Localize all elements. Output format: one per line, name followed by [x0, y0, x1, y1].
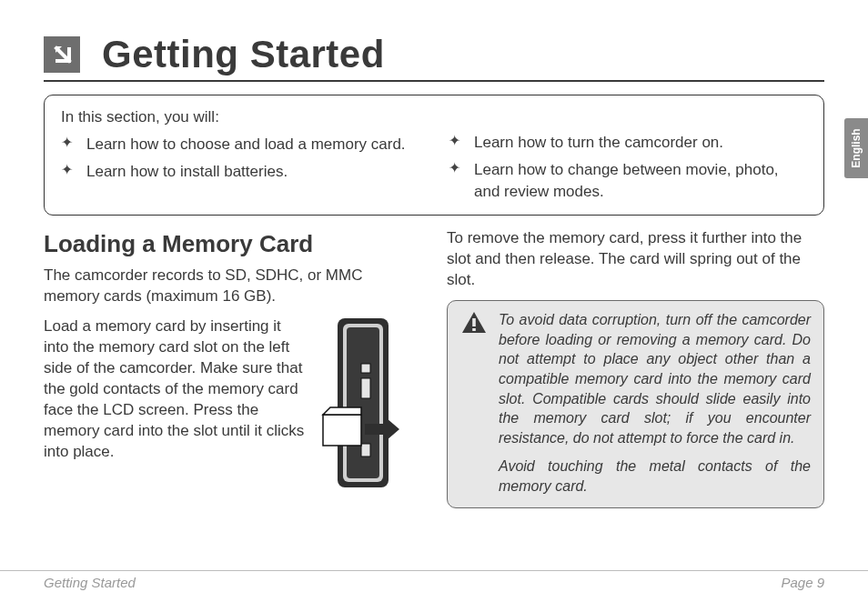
- summary-intro: In this section, you will:: [61, 106, 419, 128]
- footer-section-name: Getting Started: [44, 575, 136, 590]
- warning-triangle-icon: [460, 310, 488, 496]
- language-tab-label: English: [850, 128, 863, 167]
- content-left-col: Loading a Memory Card The camcorder reco…: [44, 228, 421, 507]
- content-right-col: To remove the memory card, press it furt…: [447, 228, 824, 507]
- warning-box: To avoid data corruption, turn off the c…: [447, 300, 824, 507]
- svg-rect-7: [472, 318, 476, 326]
- warning-body: To avoid data corruption, turn off the c…: [499, 310, 811, 496]
- load-paragraph: Load a memory card by inserting it into …: [44, 316, 308, 463]
- content-columns: Loading a Memory Card The camcorder reco…: [44, 228, 824, 507]
- diamond-bullet-icon: ✦: [61, 161, 76, 183]
- summary-item: ✦ Learn how to install batteries.: [61, 161, 419, 183]
- page-footer: Getting Started Page 9: [0, 570, 868, 594]
- svg-rect-3: [361, 364, 370, 373]
- diamond-bullet-icon: ✦: [449, 132, 463, 154]
- summary-col-left: In this section, you will: ✦ Learn how t…: [61, 106, 419, 202]
- footer-page-number: Page 9: [781, 575, 824, 590]
- warning-paragraph-2: Avoid touching the metal contacts of the…: [499, 456, 811, 496]
- diamond-bullet-icon: ✦: [449, 159, 463, 203]
- page-title-row: Getting Started: [44, 33, 824, 82]
- arrow-down-right-icon: [44, 36, 80, 73]
- summary-item: ✦ Learn how to turn the camcorder on.: [449, 132, 807, 154]
- camcorder-slot-illustration: [321, 316, 421, 489]
- svg-rect-8: [472, 328, 476, 331]
- svg-rect-4: [361, 378, 370, 398]
- summary-item-text: Learn how to change between movie, photo…: [474, 159, 807, 203]
- page-title: Getting Started: [102, 33, 385, 76]
- load-row: Load a memory card by inserting it into …: [44, 316, 421, 489]
- section-summary-box: In this section, you will: ✦ Learn how t…: [44, 95, 824, 216]
- svg-rect-5: [361, 444, 370, 456]
- remove-paragraph: To remove the memory card, press it furt…: [447, 228, 824, 291]
- summary-item-text: Learn how to turn the camcorder on.: [474, 132, 807, 154]
- summary-item: ✦ Learn how to change between movie, pho…: [449, 159, 807, 203]
- summary-item-text: Learn how to choose and load a memory ca…: [86, 134, 419, 156]
- diamond-bullet-icon: ✦: [61, 134, 76, 156]
- manual-page: Getting Started In this section, you wil…: [0, 0, 868, 612]
- subheading: Loading a Memory Card: [44, 228, 421, 260]
- summary-col-right: ✦ Learn how to turn the camcorder on. ✦ …: [449, 106, 807, 202]
- language-tab: English: [844, 118, 868, 178]
- summary-item-text: Learn how to install batteries.: [86, 161, 419, 183]
- intro-paragraph: The camcorder records to SD, SDHC, or MM…: [44, 266, 421, 307]
- svg-rect-6: [323, 415, 361, 446]
- warning-paragraph-1: To avoid data corruption, turn off the c…: [499, 310, 811, 447]
- summary-item: ✦ Learn how to choose and load a memory …: [61, 134, 419, 156]
